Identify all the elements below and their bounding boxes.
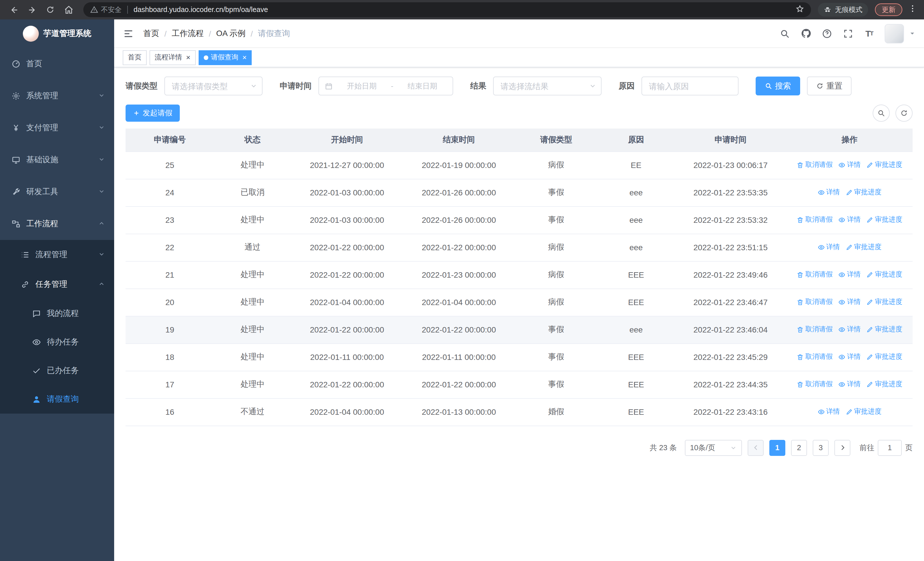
reload-icon[interactable] <box>42 2 58 18</box>
cancel-action-link[interactable]: 取消请假 <box>797 215 832 225</box>
refresh-icon[interactable] <box>896 105 913 122</box>
detail-action-link[interactable]: 详情 <box>838 270 861 280</box>
home-icon[interactable] <box>60 2 76 18</box>
help-icon[interactable] <box>821 28 832 39</box>
page-button-3[interactable]: 3 <box>813 439 829 456</box>
leave-type-cell: 病假 <box>515 234 597 261</box>
sidebar-item-dev-tools[interactable]: 研发工具 <box>0 176 114 208</box>
back-icon[interactable] <box>6 2 22 18</box>
progress-action-link[interactable]: 审批进度 <box>866 215 902 225</box>
cancel-action-link[interactable]: 取消请假 <box>797 352 832 362</box>
create-leave-button[interactable]: 发起请假 <box>126 105 180 122</box>
goto-page-input[interactable] <box>878 439 902 456</box>
sidebar-item-home[interactable]: 首页 <box>0 48 114 80</box>
progress-action-link[interactable]: 审批进度 <box>866 270 902 280</box>
detail-action-link[interactable]: 详情 <box>818 407 840 417</box>
sidebar-item-todo-tasks[interactable]: 待办任务 <box>0 328 114 356</box>
toggle-search-icon[interactable] <box>873 105 890 122</box>
sidebar-item-task-management[interactable]: 任务管理 <box>0 270 114 299</box>
progress-action-link[interactable]: 审批进度 <box>846 407 882 417</box>
leave-type-cell: 事假 <box>515 343 597 371</box>
col-actions: 操作 <box>786 129 913 151</box>
progress-action-link[interactable]: 审批进度 <box>866 325 902 334</box>
start-time-cell: 2022-01-22 00:00:00 <box>291 234 403 261</box>
cancel-action-link[interactable]: 取消请假 <box>797 270 832 280</box>
actions-cell: 取消请假详情审批进度 <box>786 316 913 343</box>
start-date-placeholder[interactable]: 开始日期 <box>337 81 386 91</box>
close-icon[interactable]: × <box>242 54 246 61</box>
sidebar-toggle-icon[interactable] <box>123 28 134 39</box>
browser-menu-icon[interactable] <box>907 4 918 15</box>
progress-action-link[interactable]: 审批进度 <box>866 380 902 390</box>
sidebar-item-leave-query[interactable]: 请假查询 <box>0 385 114 414</box>
breadcrumb-home[interactable]: 首页 <box>143 28 159 39</box>
apply-time-range-picker[interactable]: 开始日期 - 结束日期 <box>318 77 453 95</box>
avatar-caret-icon[interactable] <box>909 28 915 39</box>
cancel-action-link[interactable]: 取消请假 <box>797 297 832 307</box>
reset-button[interactable]: 重置 <box>807 77 852 95</box>
pagination-total: 共 23 条 <box>650 442 677 453</box>
progress-action-link[interactable]: 审批进度 <box>866 160 902 170</box>
reason-cell: EE <box>597 151 675 179</box>
result-select[interactable] <box>493 77 602 95</box>
reason-cell: EEE <box>597 398 675 426</box>
search-button[interactable]: 搜索 <box>756 77 800 95</box>
search-icon[interactable] <box>779 28 790 39</box>
cancel-action-link[interactable]: 取消请假 <box>797 380 832 390</box>
detail-action-link[interactable]: 详情 <box>838 160 861 170</box>
progress-action-link[interactable]: 审批进度 <box>846 188 882 197</box>
chevron-down-icon <box>98 250 105 259</box>
page-size-select[interactable]: 10条/页 <box>685 439 742 456</box>
close-icon[interactable]: × <box>186 54 190 61</box>
tab-home[interactable]: 首页 <box>123 50 147 65</box>
chevron-down-icon <box>98 92 105 101</box>
sidebar-item-my-process[interactable]: 我的流程 <box>0 299 114 328</box>
progress-action-link[interactable]: 审批进度 <box>866 297 902 307</box>
edit-icon <box>866 381 873 388</box>
detail-action-link[interactable]: 详情 <box>838 297 861 307</box>
sidebar-item-workflow[interactable]: 工作流程 <box>0 208 114 240</box>
eye-icon <box>838 271 845 278</box>
reason-input[interactable] <box>642 77 738 95</box>
next-page-icon[interactable] <box>834 439 850 456</box>
detail-action-link[interactable]: 详情 <box>838 215 861 225</box>
progress-action-link[interactable]: 审批进度 <box>846 242 882 252</box>
end-date-placeholder[interactable]: 结束日期 <box>398 81 447 91</box>
end-time-cell: 2022-01-22 00:00:00 <box>403 371 515 398</box>
sidebar-item-infrastructure[interactable]: 基础设施 <box>0 144 114 176</box>
cancel-action-link[interactable]: 取消请假 <box>797 160 832 170</box>
progress-action-link[interactable]: 审批进度 <box>866 352 902 362</box>
forward-icon[interactable] <box>24 2 40 18</box>
page-button-1[interactable]: 1 <box>770 439 785 456</box>
browser-chrome: 不安全 dashboard.yudao.iocoder.cn/bpm/oa/le… <box>0 0 924 20</box>
user-avatar[interactable] <box>885 24 904 43</box>
cancel-action-link[interactable]: 取消请假 <box>797 325 832 334</box>
detail-action-link[interactable]: 详情 <box>818 242 840 252</box>
sidebar-item-done-tasks[interactable]: 已办任务 <box>0 356 114 385</box>
end-time-cell: 2022-01-26 00:00:00 <box>403 206 515 234</box>
url-bar[interactable]: 不安全 dashboard.yudao.iocoder.cn/bpm/oa/le… <box>83 2 811 17</box>
chevron-down-icon <box>250 82 257 90</box>
end-time-cell: 2022-01-23 00:00:00 <box>403 261 515 289</box>
prev-page-icon[interactable] <box>748 439 764 456</box>
sidebar-item-process-management[interactable]: 流程管理 <box>0 240 114 270</box>
detail-action-link[interactable]: 详情 <box>838 325 861 334</box>
sidebar-item-system[interactable]: 系统管理 <box>0 80 114 112</box>
fullscreen-icon[interactable] <box>842 28 854 39</box>
tab-process-detail[interactable]: 流程详情 × <box>150 50 195 65</box>
browser-update-button[interactable]: 更新 <box>875 3 902 16</box>
security-warning-icon <box>90 6 98 14</box>
page-button-2[interactable]: 2 <box>791 439 807 456</box>
detail-action-link[interactable]: 详情 <box>838 352 861 362</box>
tab-leave-query[interactable]: 请假查询 × <box>198 50 252 65</box>
apply-time-cell: 2022-01-22 23:53:35 <box>675 179 786 206</box>
leave-type-select[interactable] <box>164 77 262 95</box>
logo-link[interactable]: 芋道管理系统 <box>0 20 114 48</box>
bookmark-star-icon[interactable] <box>796 4 804 15</box>
font-size-icon[interactable]: TT <box>864 28 875 39</box>
dashboard-icon <box>11 59 21 69</box>
github-icon[interactable] <box>800 28 812 39</box>
detail-action-link[interactable]: 详情 <box>818 188 840 197</box>
sidebar-item-payment[interactable]: 支付管理 <box>0 112 114 144</box>
detail-action-link[interactable]: 详情 <box>838 380 861 390</box>
